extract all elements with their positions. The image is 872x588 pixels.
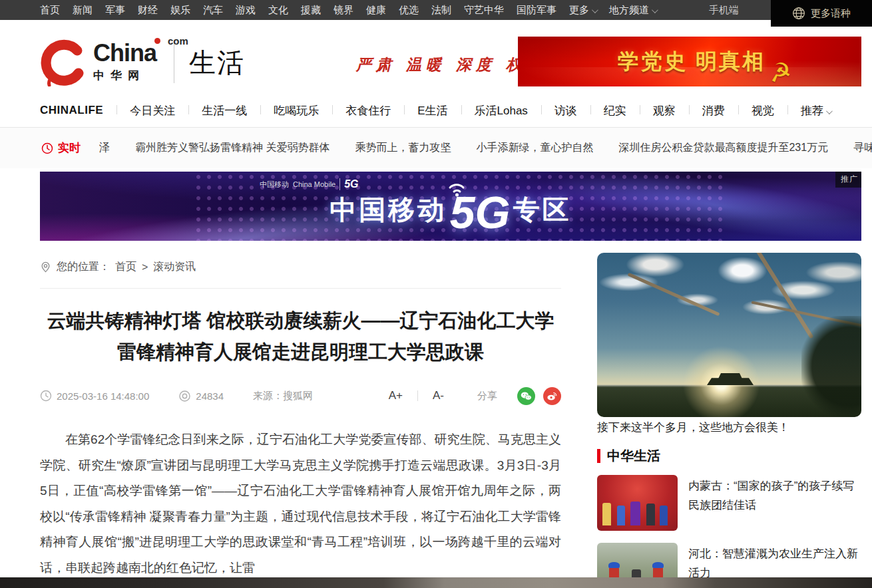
meta-actions: A+ A- 分享 [389, 387, 561, 405]
subnav-today-focus[interactable]: 今日关注 [116, 103, 188, 118]
china-com-brush-logo-icon [39, 39, 87, 86]
channel-subnav: CHINALIFE 今日关注 生活一线 吃喝玩乐 衣食住行 E生活 乐活Loha… [40, 96, 861, 124]
share-weibo-button[interactable] [543, 387, 561, 405]
divider [417, 390, 418, 401]
logo-text: China com 中华网 [93, 42, 156, 83]
top-nav-aid-tibet[interactable]: 援藏 [301, 4, 321, 17]
share-wechat-button[interactable] [517, 387, 535, 405]
news-thumbnail [597, 475, 678, 531]
subnav-recommend[interactable]: 推荐 [787, 103, 844, 118]
top-nav-defense[interactable]: 国防军事 [517, 4, 556, 17]
subnav-e-life[interactable]: E生活 [404, 103, 461, 118]
thumbnail-figure [608, 562, 620, 568]
article-date: 2025-03-16 14:48:00 [57, 390, 149, 402]
pagoda-silhouette [707, 373, 754, 385]
clock-icon [40, 390, 52, 402]
top-nav-lens[interactable]: 镜界 [333, 4, 353, 17]
ticker-item[interactable]: 小手添新绿，童心护自然 [476, 141, 593, 155]
subnav-documentary[interactable]: 纪实 [590, 103, 640, 118]
top-nav-finance[interactable]: 财经 [138, 4, 158, 17]
font-size-increase-button[interactable]: A+ [389, 389, 403, 402]
site-logo[interactable]: China com 中华网 生活 [39, 39, 245, 86]
logo-red-dot-icon [154, 38, 160, 44]
weibo-icon [546, 391, 558, 401]
subnav-visual[interactable]: 视觉 [738, 103, 787, 118]
banner-title-cn: 中国移动 [329, 195, 447, 224]
top-nav-health[interactable]: 健康 [366, 4, 386, 17]
ticker-item[interactable]: 乘势而上，蓄力攻坚 [355, 141, 451, 155]
banner-headline: 学党史 明真相 [618, 47, 765, 76]
top-nav-crafts[interactable]: 守艺中华 [464, 4, 504, 17]
party-emblem-icon: ☭ [767, 57, 793, 86]
subnav-clothing-housing[interactable]: 衣食住行 [332, 103, 404, 118]
article-meta-bar: 2025-03-16 14:48:00 24834 来源：搜狐网 A+ A- 分… [40, 386, 561, 406]
subnav-chinalife[interactable]: CHINALIFE [40, 104, 116, 117]
banner-title-suffix: 专区 [513, 195, 572, 224]
section-accent-bar [597, 449, 600, 463]
top-nav-bar: 首页 新闻 军事 财经 娱乐 汽车 游戏 文化 援藏 镜界 健康 优选 法制 守… [0, 0, 872, 20]
globe-icon [792, 7, 805, 20]
chevron-down-icon [652, 7, 658, 13]
top-nav-picks[interactable]: 优选 [399, 4, 419, 17]
china-mobile-5g-ad-banner[interactable]: 中国移动 China Mobile 5G 中国移动 5G 专区 推广 [40, 172, 861, 241]
party-history-banner[interactable]: 学党史 明真相 ☭ [518, 37, 861, 86]
top-nav-news[interactable]: 新闻 [73, 4, 93, 17]
promo-tag: 推广 [835, 172, 861, 188]
realtime-ticker: 实时 泽 霸州胜芳义警弘扬雷锋精神 关爱弱势群体 乘势而上，蓄力攻坚 小手添新绿… [0, 127, 872, 168]
chevron-down-icon [592, 7, 598, 13]
more-languages-label: 更多语种 [811, 7, 851, 20]
subnav-observation[interactable]: 观察 [640, 103, 689, 118]
subnav-food-fun[interactable]: 吃喝玩乐 [260, 103, 332, 118]
thumbnail-figure [630, 502, 640, 525]
news-item-title[interactable]: 内蒙古：“国家的孩子”的孩子续写民族团结佳话 [688, 475, 861, 531]
top-nav-more[interactable]: 更多 [569, 4, 596, 17]
article-source: 来源：搜狐网 [253, 390, 313, 402]
channel-name: 生活 [189, 45, 245, 81]
top-nav-regional-channels[interactable]: 地方频道 [609, 4, 656, 17]
thumbnail-figure [602, 503, 611, 525]
top-nav-culture[interactable]: 文化 [268, 4, 288, 17]
mobile-version-link[interactable]: 手机端 [709, 0, 739, 20]
realtime-label: 实时 [41, 140, 81, 156]
ticker-item[interactable]: 霸州胜芳义警弘扬雷锋精神 关爱弱势群体 [135, 141, 329, 155]
top-nav-home[interactable]: 首页 [40, 4, 60, 17]
top-nav-games[interactable]: 游戏 [236, 4, 256, 17]
article-paragraph: 在第62个学雷锋纪念日到来之际，辽宁石油化工大学党委宣传部、研究生院、马克思主义… [40, 427, 561, 581]
wechat-icon [521, 391, 532, 401]
bottom-image-strip [0, 577, 872, 588]
ticker-items: 泽 霸州胜芳义警弘扬雷锋精神 关爱弱势群体 乘势而上，蓄力攻坚 小手添新绿，童心… [99, 141, 872, 155]
location-pin-icon [40, 261, 51, 273]
breadcrumb-label: 您的位置： [57, 260, 110, 274]
logo-com-text: com [168, 35, 188, 47]
thumbnail-figure [660, 506, 668, 525]
top-nav-military[interactable]: 军事 [105, 4, 125, 17]
breadcrumb-home-link[interactable]: 首页 [115, 260, 136, 274]
breadcrumb-current: 滚动资讯 [153, 260, 196, 274]
more-languages-button[interactable]: 更多语种 [771, 0, 872, 27]
top-nav-auto[interactable]: 汽车 [203, 4, 223, 17]
font-size-decrease-button[interactable]: A- [433, 389, 444, 402]
thumbnail-figure [646, 504, 655, 525]
thumbnail-figure [617, 506, 625, 525]
section-title: 中华生活 [607, 447, 660, 465]
sidebar-news-item[interactable]: 内蒙古：“国家的孩子”的孩子续写民族团结佳话 [597, 475, 861, 531]
views-eye-icon [178, 390, 191, 402]
logo-china-text: China [93, 42, 156, 65]
ticker-item[interactable]: 寻味衢州：美 [853, 141, 872, 155]
subnav-life-frontline[interactable]: 生活一线 [188, 103, 260, 118]
views-group: 24834 [178, 390, 224, 402]
breadcrumb-separator: > [142, 261, 148, 273]
subnav-consumption[interactable]: 消费 [689, 103, 738, 118]
logo-divider [174, 42, 174, 83]
article-title: 云端共铸精神灯塔 馆校联动赓续薪火——辽宁石油化工大学雷锋精神育人展馆走进昆明理… [40, 305, 561, 368]
sidebar-featured-image[interactable] [597, 253, 861, 417]
ticker-item[interactable]: 泽 [99, 141, 110, 155]
clock-icon [41, 142, 53, 154]
page: 首页 新闻 军事 财经 娱乐 汽车 游戏 文化 援藏 镜界 健康 优选 法制 守… [0, 0, 872, 588]
top-nav-entertainment[interactable]: 娱乐 [170, 4, 190, 17]
sidebar-featured-caption[interactable]: 接下来这半个多月，这些地方会很美！ [597, 420, 861, 435]
subnav-interviews[interactable]: 访谈 [541, 103, 590, 118]
ticker-item[interactable]: 深圳住房公积金贷款最高额度提升至231万元 [618, 141, 828, 155]
subnav-lohas[interactable]: 乐活Lohas [461, 103, 541, 118]
top-nav-law[interactable]: 法制 [431, 4, 451, 17]
